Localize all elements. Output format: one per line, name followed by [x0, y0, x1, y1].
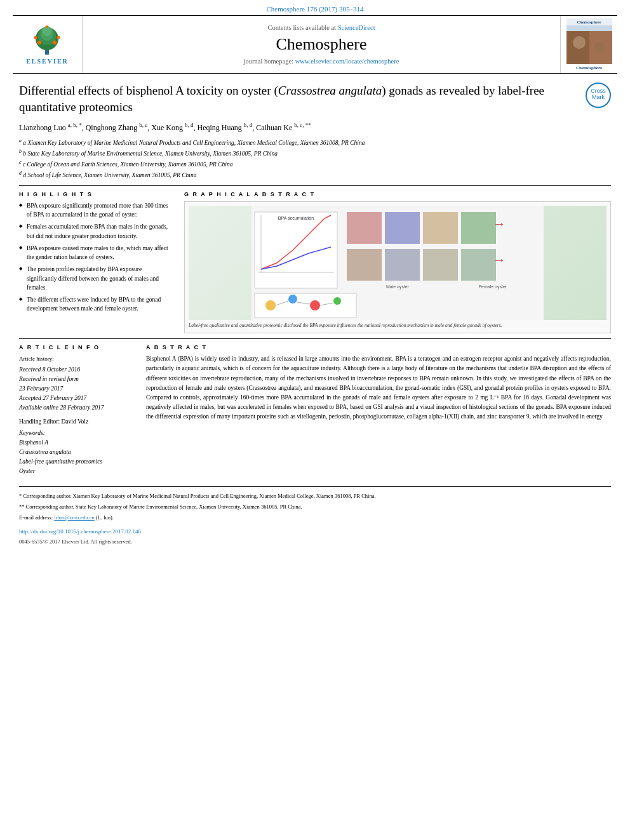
article-history-label: Article history:: [19, 354, 133, 363]
graphical-abstract-image: BPA accumulation: [189, 206, 607, 320]
affiliation-b: b b State Key Laboratory of Marine Envir…: [19, 148, 611, 159]
journal-info-center: Contents lists available at ScienceDirec…: [83, 16, 560, 73]
highlights-list: BPA exposure significantly promoted more…: [19, 201, 171, 314]
svg-rect-25: [385, 212, 420, 244]
svg-rect-31: [461, 249, 496, 281]
svg-point-34: [288, 295, 297, 303]
journal-citation: Chemosphere 176 (2017) 305–314: [0, 0, 630, 15]
article-content: Differential effects of bisphenol A toxi…: [0, 74, 630, 547]
svg-point-9: [46, 25, 48, 28]
keyword-2: Crassostrea angulata: [19, 449, 71, 455]
journal-homepage-link[interactable]: www.elsevier.com/locate/chemosphere: [295, 58, 399, 65]
highlight-item-4: The protein profiles regulated by BPA ex…: [19, 265, 171, 292]
article-title-part1: Differential effects of bisphenol A toxi…: [19, 84, 278, 97]
journal-title: Chemosphere: [276, 35, 367, 54]
keyword-3: Label-free quantitative proteomics: [19, 458, 102, 465]
keyword-4: Oyster: [19, 468, 35, 474]
accepted-date: Accepted 27 February 2017: [19, 395, 86, 401]
journal-cover-label: Chemosphere: [576, 65, 602, 70]
revised-date: 23 February 2017: [19, 385, 63, 392]
article-history: Article history: Received 8 October 2016…: [19, 354, 133, 413]
highlights-heading: H I G H L I G H T S: [19, 191, 171, 197]
footnote-email: E-mail address: lrluo@xmu.edu.cn (L. luo…: [19, 514, 611, 522]
highlight-item-5: The different effects were induced by BP…: [19, 295, 171, 314]
elsevier-logo-section: ELSEVIER: [13, 16, 83, 73]
svg-rect-27: [461, 212, 496, 244]
abstract-col: A B S T R A C T Bisphenol A (BPA) is wid…: [146, 344, 611, 476]
revised-label: Received in revised form: [19, 376, 79, 382]
article-info-abstract-section: A R T I C L E I N F O Article history: R…: [19, 344, 611, 476]
svg-rect-29: [385, 249, 420, 281]
affiliations: a a Xiamen Key Laboratory of Marine Medi…: [19, 137, 611, 180]
footnote-area: * Corresponding author. Xiamen Key Labor…: [19, 486, 611, 546]
keywords-heading: Keywords:: [19, 430, 133, 436]
highlight-item-3: BPA exposure caused more males to die, w…: [19, 244, 171, 262]
sciencedirect-link[interactable]: ScienceDirect: [338, 24, 375, 31]
graphical-abstract-caption: Label-free qualitative and quantitative …: [189, 323, 607, 330]
section-divider-2: [19, 338, 611, 339]
footnote-star2: ** Corresponding author. State Key Labor…: [19, 503, 611, 511]
svg-text:Cross: Cross: [591, 88, 606, 94]
journal-thumbnail: Chemosphere Chemosphere: [560, 16, 617, 73]
graphical-abstract-section: G R A P H I C A L A B S T R A C T BPA ac…: [184, 191, 611, 334]
authors-line: Lianzhong Luo a, b, *, Qinghong Zhang b,…: [19, 121, 611, 133]
svg-point-7: [34, 36, 37, 39]
graphical-abstract-heading: G R A P H I C A L A B S T R A C T: [184, 191, 611, 197]
sciencedirect-line: Contents lists available at ScienceDirec…: [267, 24, 375, 31]
svg-text:Mark: Mark: [592, 94, 605, 100]
elsevier-logo: ELSEVIER: [26, 25, 69, 65]
svg-rect-28: [347, 249, 382, 281]
email-link[interactable]: lrluo@xmu.edu.cn: [54, 514, 95, 521]
received-date: Received 8 October 2016: [19, 366, 80, 373]
journal-header: ELSEVIER Contents lists available at Sci…: [13, 15, 617, 74]
highlight-item-2: Females accumulated more BPA than males …: [19, 222, 171, 241]
journal-homepage: journal homepage: www.elsevier.com/locat…: [244, 58, 399, 65]
affiliation-c: c c College of Ocean and Earth Sciences,…: [19, 159, 611, 170]
copyright: 0045-6535/© 2017 Elsevier Ltd. All right…: [19, 538, 611, 547]
keywords-section: Keywords: Bisphenol A Crassostrea angula…: [19, 430, 133, 477]
svg-rect-30: [423, 249, 458, 281]
highlight-item-1: BPA exposure significantly promoted more…: [19, 201, 171, 220]
svg-rect-26: [423, 212, 458, 244]
article-info-heading: A R T I C L E I N F O: [19, 344, 133, 350]
article-title-section: Differential effects of bisphenol A toxi…: [19, 83, 611, 115]
article-info-col: A R T I C L E I N F O Article history: R…: [19, 344, 133, 476]
affiliation-a: a a Xiamen Key Laboratory of Marine Medi…: [19, 137, 611, 148]
doi-link[interactable]: http://dx.doi.org/10.1016/j.chemosphere.…: [19, 527, 611, 536]
svg-point-8: [57, 36, 60, 39]
svg-point-35: [310, 300, 320, 310]
svg-text:BPA accumulation: BPA accumulation: [278, 216, 314, 220]
svg-rect-20: [255, 212, 337, 288]
svg-point-6: [53, 41, 57, 44]
svg-point-5: [37, 41, 41, 44]
svg-text:Male oyster: Male oyster: [386, 284, 410, 290]
svg-text:→: →: [493, 217, 506, 230]
keywords-list: Bisphenol A Crassostrea angulata Label-f…: [19, 438, 133, 477]
keyword-1: Bisphenol A: [19, 439, 48, 446]
svg-point-15: [594, 42, 605, 52]
highlights-graphical-section: H I G H L I G H T S BPA exposure signifi…: [19, 191, 611, 334]
svg-point-36: [333, 297, 341, 305]
crossmark-badge: Cross Mark: [586, 83, 611, 108]
journal-cover-image: Chemosphere: [566, 18, 612, 64]
svg-point-33: [265, 300, 276, 310]
svg-text:Female oyster: Female oyster: [479, 284, 507, 290]
affiliation-d: d d School of Life Science, Xiamen Unive…: [19, 170, 611, 180]
svg-point-14: [573, 36, 586, 49]
section-divider-1: [19, 185, 611, 186]
svg-text:→: →: [493, 253, 506, 267]
footnote-star1: * Corresponding author. Xiamen Key Labor…: [19, 492, 611, 500]
highlights-section: H I G H L I G H T S BPA exposure signifi…: [19, 191, 171, 334]
available-date: Available online 28 February 2017: [19, 404, 104, 411]
article-title-italic: Crassostrea angulata: [278, 84, 382, 97]
handling-editor: Handling Editor: David Volz: [19, 418, 133, 425]
abstract-text: Bisphenol A (BPA) is widely used in indu…: [146, 354, 611, 422]
svg-rect-24: [347, 212, 382, 244]
abstract-heading: A B S T R A C T: [146, 344, 611, 350]
article-title: Differential effects of bisphenol A toxi…: [19, 83, 586, 115]
graphical-abstract-box: BPA accumulation: [184, 201, 611, 334]
